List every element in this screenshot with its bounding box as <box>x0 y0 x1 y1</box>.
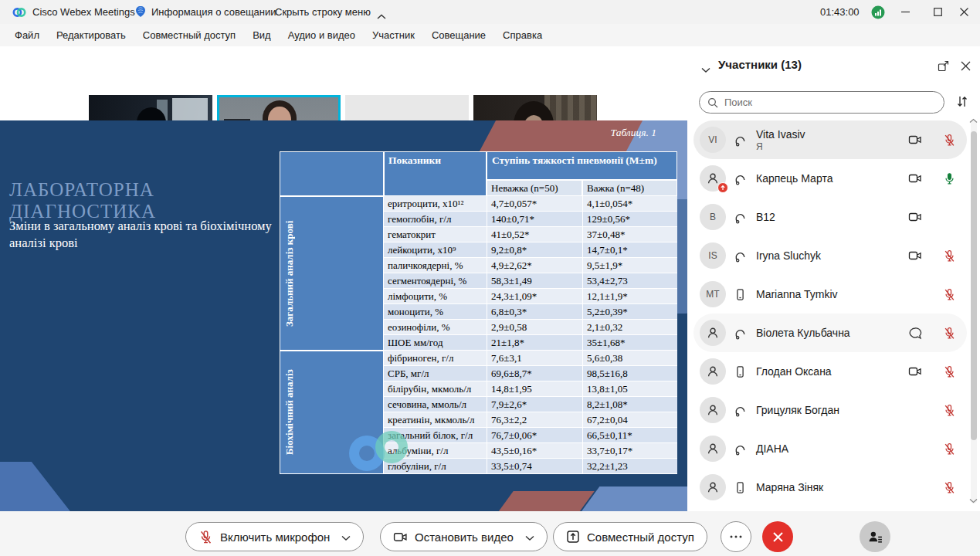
table-row: еритроцити, х10¹²4,7±0,057*4,1±0,054* <box>384 196 677 212</box>
menu-item[interactable]: Совещание <box>423 26 494 44</box>
share-content-button[interactable]: Совместный доступ <box>553 522 707 551</box>
participant-row[interactable]: ДІАНА <box>693 429 967 468</box>
unmute-button[interactable]: Включить микрофон <box>185 522 364 551</box>
mic-muted-icon[interactable] <box>943 481 956 494</box>
table-row: ШОЕ мм/год21±1,8*35±1,68* <box>384 335 677 351</box>
table-header: Показники Ступінь тяжкості пневмонії (M±… <box>280 151 677 196</box>
scrollbar-thumb[interactable] <box>971 131 977 440</box>
mic-options-chevron-icon[interactable] <box>341 531 351 544</box>
chat-bubble-icon[interactable] <box>908 327 922 340</box>
share-content-label: Совместный доступ <box>587 531 694 544</box>
table-row: сечовина, ммоль/л7,9±2,6*8,2±1,08* <box>384 397 677 412</box>
person-icon <box>706 364 720 378</box>
headset-icon <box>734 442 747 456</box>
close-window-button[interactable] <box>950 0 978 24</box>
table-value-cell: 98,5±16,8 <box>582 366 677 381</box>
more-options-button[interactable] <box>721 521 751 552</box>
table-value-cell: 12,1±1,9* <box>582 289 677 303</box>
table-value-cell: 66,5±0,11* <box>582 428 677 442</box>
hide-menu-label[interactable]: Скрыть строку меню <box>275 6 371 18</box>
scroll-up-icon[interactable] <box>969 113 978 127</box>
avatar-initials: MT <box>706 289 719 300</box>
menu-item[interactable]: Совместный доступ <box>134 26 244 44</box>
lab-results-table: Показники Ступінь тяжкості пневмонії (M±… <box>280 151 677 474</box>
participant-row[interactable]: VI Vita Ivasiv Я <box>693 120 967 159</box>
participant-name: ДІАНА <box>756 442 788 456</box>
participants-panel-toggle-button[interactable] <box>860 521 890 552</box>
search-icon <box>707 97 718 108</box>
slide-decoration <box>487 491 594 511</box>
participant-row[interactable]: Віолета Кульбачна <box>693 314 967 352</box>
mic-muted-icon[interactable] <box>943 249 956 263</box>
headset-icon <box>734 327 747 340</box>
maximize-button[interactable] <box>924 0 951 24</box>
camera-icon <box>908 211 922 223</box>
unmute-label: Включить микрофон <box>220 531 330 544</box>
table-value-cell: 76,7±0,06* <box>487 428 582 442</box>
stop-video-button[interactable]: Остановить видео <box>380 522 548 551</box>
chevron-up-icon[interactable] <box>377 9 386 23</box>
menu-item[interactable]: Редактировать <box>48 26 134 44</box>
person-icon <box>706 403 720 417</box>
menu-item[interactable]: Файл <box>6 26 48 44</box>
participant-row[interactable]: Глодан Оксана <box>693 352 967 391</box>
close-icon <box>772 531 784 543</box>
ellipsis-icon <box>730 535 742 538</box>
collapse-panel-icon[interactable] <box>701 63 710 76</box>
meeting-info-label[interactable]: Информация о совещании <box>151 6 276 18</box>
menu-item[interactable]: Вид <box>244 26 280 44</box>
search-input[interactable] <box>724 93 937 112</box>
menu-item[interactable]: Аудио и видео <box>280 26 364 44</box>
mic-on-icon[interactable] <box>943 172 956 185</box>
table-value-cell: 4,9±2,62* <box>487 258 582 273</box>
participant-row[interactable]: Маряна Зіняк <box>693 468 967 507</box>
panel-title: Участники (13) <box>718 58 802 71</box>
avatar: VI <box>700 127 726 153</box>
table-row: загальний білок, г/л76,7±0,06*66,5±0,11* <box>384 428 677 443</box>
popout-panel-icon[interactable] <box>938 60 949 75</box>
table-row: лейкоцити, х10⁹9,2±0,8*14,7±0,1* <box>384 242 677 258</box>
person-icon <box>706 326 720 340</box>
table-span-header: Ступінь тяжкості пневмонії (M±m) <box>487 151 677 180</box>
participant-row[interactable]: Грицуляк Богдан <box>693 391 967 429</box>
participant-row[interactable]: B B12 <box>693 198 967 236</box>
scroll-down-icon[interactable] <box>969 493 978 507</box>
table-value-cell: 58,3±1,49 <box>487 273 582 288</box>
close-panel-icon[interactable] <box>961 60 971 74</box>
avatar <box>700 165 726 192</box>
table-row: креатинін, мкмоль/л76,3±2,267,2±0,04 <box>384 412 677 428</box>
person-icon <box>706 171 720 185</box>
mic-muted-icon[interactable] <box>943 365 956 378</box>
table-parameter-cell: гемоглобін, г/л <box>384 212 487 226</box>
avatar <box>700 474 726 500</box>
avatar <box>700 436 726 462</box>
mic-muted-icon[interactable] <box>943 134 956 147</box>
control-toolbar: Включить микрофон Остановить видео Совме… <box>0 511 980 556</box>
menu-item[interactable]: Справка <box>494 26 551 44</box>
meeting-info-icon <box>134 5 147 21</box>
connection-signal-icon[interactable] <box>871 5 885 22</box>
mic-muted-icon[interactable] <box>943 288 956 301</box>
video-options-chevron-icon[interactable] <box>525 531 534 544</box>
sort-participants-icon[interactable] <box>956 95 968 111</box>
table-value-cell: 140±0,71* <box>487 212 582 226</box>
participant-row[interactable]: Карпець Марта <box>693 159 967 198</box>
table-col-header: Показники <box>384 151 487 196</box>
table-row: гематокрит41±0,52*37±0,48* <box>384 227 677 242</box>
mic-muted-icon[interactable] <box>943 404 956 417</box>
presenter-badge-icon <box>717 182 728 193</box>
table-parameter-cell: еозинофіли, % <box>384 320 487 334</box>
minimize-button[interactable] <box>891 0 919 24</box>
avatar: B <box>700 204 726 230</box>
lab-table-body: Загальний аналіз кровіеритроцити, х10¹²4… <box>280 196 677 474</box>
mic-muted-icon[interactable] <box>943 442 956 456</box>
participant-name: Віолета Кульбачна <box>756 327 850 340</box>
menu-item[interactable]: Участник <box>364 26 423 44</box>
leave-meeting-button[interactable] <box>762 521 793 552</box>
table-value-cell: 9,5±1,9* <box>582 258 677 273</box>
participant-row[interactable]: IS Iryna Sluchyk <box>693 236 967 275</box>
mic-muted-icon[interactable] <box>943 327 956 340</box>
participant-row[interactable]: MT Marianna Tymkiv <box>693 275 967 314</box>
table-value-cell: 32,2±1,23 <box>582 459 677 473</box>
table-row: фібриноген, г/л7,6±3,15,6±0,38 <box>384 351 677 366</box>
